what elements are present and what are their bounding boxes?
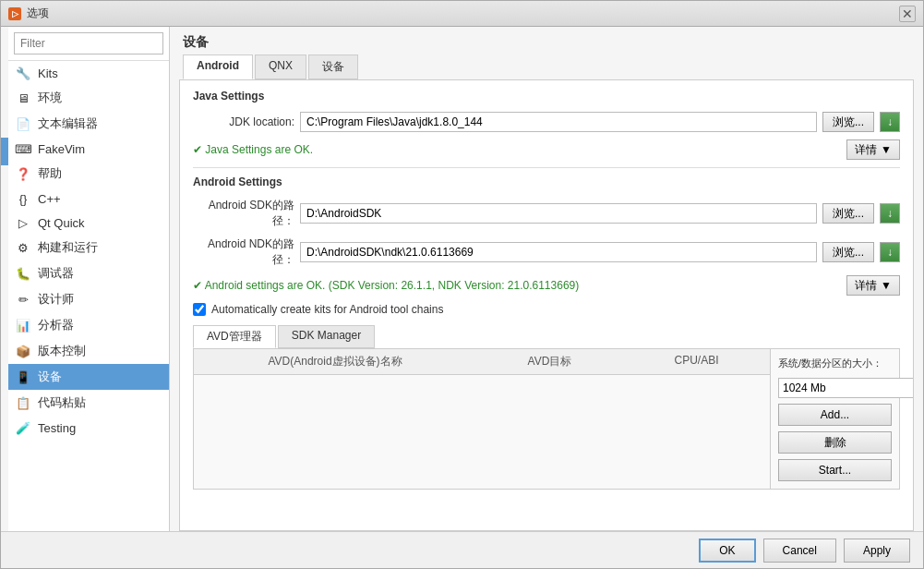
app-icon: ▷ (8, 7, 21, 20)
avd-right-panel: 系统/数据分区的大小： ▲ ▼ Add... 删除 Start... (770, 349, 899, 489)
tabs-bar: Android QNX 设备 (170, 54, 923, 79)
texteditor-icon: 📄 (16, 116, 30, 131)
jdk-download-button[interactable]: ↓ (880, 112, 900, 132)
sdk-row: Android SDK的路径： 浏览... ↓ (193, 198, 900, 229)
inner-tabs-bar: AVD管理器 SDK Manager (193, 325, 900, 348)
cancel-button[interactable]: Cancel (763, 539, 836, 563)
sdk-label: Android SDK的路径： (193, 198, 294, 229)
separator-1 (193, 167, 900, 168)
sidebar-item-kits[interactable]: 🔧 Kits (8, 61, 169, 85)
sidebar-label-cpp: C++ (38, 192, 61, 206)
sidebar-label-testing: Testing (38, 421, 76, 435)
ndk-download-button[interactable]: ↓ (880, 242, 900, 262)
avd-col-target: AVD目标 (476, 352, 623, 371)
android-details-button[interactable]: 详情 ▼ (846, 275, 900, 296)
java-settings-title: Java Settings (193, 90, 900, 104)
avd-content-area: AVD(Android虚拟设备)名称 AVD目标 CPU/ABI 系统/数据分区… (193, 348, 900, 490)
ndk-label: Android NDK的路径： (193, 236, 294, 268)
kits-icon: 🔧 (16, 66, 30, 80)
apply-button[interactable]: Apply (844, 539, 910, 563)
sidebar-item-designer[interactable]: ✏ 设计师 (8, 286, 169, 312)
fakevim-icon: ⌨ (16, 141, 30, 156)
avd-col-name: AVD(Android虚拟设备)名称 (194, 352, 476, 371)
android-status-row: ✔ Android settings are OK. (SDK Version:… (193, 275, 900, 296)
java-details-label: 详情 (855, 142, 877, 158)
java-status-row: ✔ Java Settings are OK. 详情 ▼ (193, 139, 900, 160)
vcs-icon: 📦 (16, 344, 30, 358)
sdk-input[interactable] (300, 203, 817, 224)
help-icon: ❓ (16, 166, 30, 181)
android-details-arrow: ▼ (881, 279, 892, 292)
android-details-label: 详情 (855, 278, 877, 294)
sidebar-list: 🔧 Kits 🖥 环境 📄 文本编辑器 ⌨ FakeVim ❓ 帮助 (8, 61, 169, 531)
inner-tab-sdk[interactable]: SDK Manager (278, 325, 375, 348)
java-details-button[interactable]: 详情 ▼ (846, 139, 900, 160)
sidebar-label-qtquick: Qt Quick (38, 216, 85, 230)
tab-qnx[interactable]: QNX (255, 54, 306, 79)
section-title: 设备 (170, 27, 923, 54)
title-bar-left: ▷ 选项 (8, 6, 49, 21)
sidebar-item-texteditor[interactable]: 📄 文本编辑器 (8, 111, 169, 137)
sidebar-item-analyzer[interactable]: 📊 分析器 (8, 312, 169, 338)
jdk-row: JDK location: 浏览... ↓ (193, 112, 900, 132)
inner-tab-avd[interactable]: AVD管理器 (193, 325, 276, 348)
tab-android[interactable]: Android (183, 54, 253, 79)
avd-size-input[interactable] (778, 378, 914, 398)
sidebar-item-qtquick[interactable]: ▷ Qt Quick (8, 211, 169, 235)
close-button[interactable]: ✕ (899, 6, 916, 22)
ndk-row: Android NDK的路径： 浏览... ↓ (193, 236, 900, 268)
filter-input[interactable] (14, 32, 163, 54)
left-edge-marker (1, 138, 8, 165)
sidebar-label-analyzer: 分析器 (38, 317, 74, 333)
auto-create-kits-checkbox[interactable] (193, 303, 206, 316)
android-status-text: ✔ Android settings are OK. (SDK Version:… (193, 279, 841, 292)
jdk-download-icon: ↓ (887, 115, 893, 128)
sidebar-item-testing[interactable]: 🧪 Testing (8, 416, 169, 440)
sidebar-item-vcs[interactable]: 📦 版本控制 (8, 338, 169, 364)
jdk-label: JDK location: (193, 115, 294, 128)
debugger-icon: 🐛 (16, 266, 30, 281)
dialog-body: 🔧 Kits 🖥 环境 📄 文本编辑器 ⌨ FakeVim ❓ 帮助 (1, 27, 923, 531)
android-settings-title: Android Settings (193, 176, 900, 190)
ndk-download-icon: ↓ (887, 246, 893, 259)
jdk-browse-button[interactable]: 浏览... (822, 112, 874, 132)
tab-devices[interactable]: 设备 (308, 54, 358, 79)
avd-delete-button[interactable]: 删除 (778, 431, 892, 454)
content-area: Java Settings JDK location: 浏览... ↓ ✔ Ja… (179, 79, 914, 531)
main-content: 设备 Android QNX 设备 Java Settings JDK loca… (170, 27, 923, 531)
jdk-input[interactable] (300, 112, 817, 132)
sidebar-item-devices[interactable]: 📱 设备 (8, 364, 169, 390)
avd-start-button[interactable]: Start... (778, 459, 892, 481)
sidebar-label-build: 构建和运行 (38, 239, 98, 256)
testing-icon: 🧪 (16, 420, 30, 435)
codepaste-icon: 📋 (16, 395, 30, 410)
dialog-title: 选项 (27, 6, 49, 21)
sidebar-item-env[interactable]: 🖥 环境 (8, 85, 169, 111)
sidebar-item-help[interactable]: ❓ 帮助 (8, 161, 169, 187)
sidebar-item-codepaste[interactable]: 📋 代码粘贴 (8, 390, 169, 416)
sidebar-label-help: 帮助 (38, 165, 62, 182)
sidebar-item-fakevim[interactable]: ⌨ FakeVim (8, 137, 169, 161)
sdk-download-button[interactable]: ↓ (880, 203, 900, 224)
build-icon: ⚙ (16, 240, 30, 255)
filter-box (8, 27, 169, 61)
ndk-browse-button[interactable]: 浏览... (822, 242, 874, 262)
sidebar: 🔧 Kits 🖥 环境 📄 文本编辑器 ⌨ FakeVim ❓ 帮助 (8, 27, 170, 531)
sidebar-label-codepaste: 代码粘贴 (38, 394, 86, 411)
avd-table-body: AVD(Android虚拟设备)名称 AVD目标 CPU/ABI (194, 349, 770, 489)
ok-button[interactable]: OK (699, 539, 755, 563)
java-details-arrow: ▼ (881, 143, 892, 156)
auto-create-kits-row: Automatically create kits for Android to… (193, 303, 900, 316)
sidebar-label-env: 环境 (38, 90, 62, 106)
sidebar-item-debugger[interactable]: 🐛 调试器 (8, 260, 169, 286)
avd-add-button[interactable]: Add... (778, 404, 892, 426)
avd-size-row: ▲ ▼ (778, 378, 892, 398)
avd-size-label: 系统/数据分区的大小： (778, 357, 892, 370)
designer-icon: ✏ (16, 292, 30, 307)
ndk-input[interactable] (300, 242, 817, 262)
sidebar-item-cpp[interactable]: {} C++ (8, 187, 169, 211)
sidebar-item-build[interactable]: ⚙ 构建和运行 (8, 235, 169, 260)
sdk-browse-button[interactable]: 浏览... (822, 203, 874, 224)
qtquick-icon: ▷ (16, 215, 30, 230)
java-status-text: ✔ Java Settings are OK. (193, 143, 841, 156)
